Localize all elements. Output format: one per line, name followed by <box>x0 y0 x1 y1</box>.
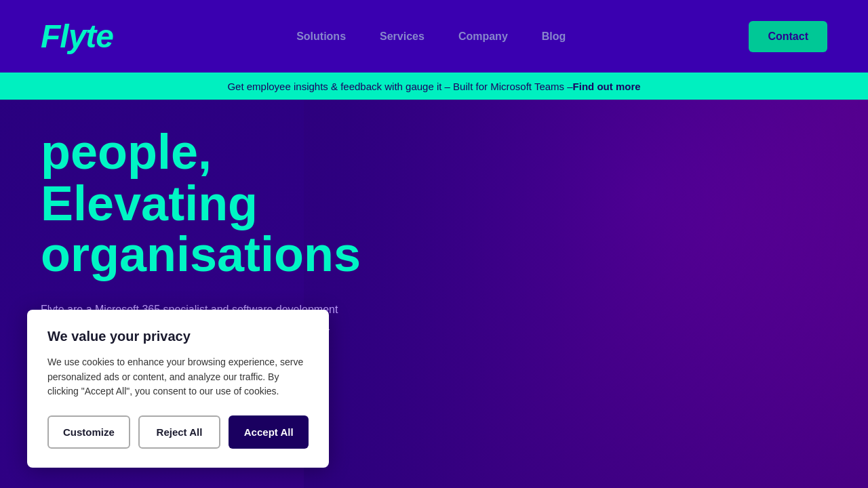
nav-services[interactable]: Services <box>380 30 425 43</box>
site-logo[interactable]: Flyte <box>41 18 113 55</box>
cookie-buttons: Customize Reject All Accept All <box>47 415 309 449</box>
nav-links: Solutions Services Company Blog <box>296 30 566 43</box>
nav-solutions[interactable]: Solutions <box>296 30 346 43</box>
cookie-body: We use cookies to enhance your browsing … <box>47 355 309 399</box>
contact-button[interactable]: Contact <box>749 21 827 52</box>
cookie-title: We value your privacy <box>47 329 309 344</box>
announcement-bar: Get employee insights & feedback with ga… <box>0 73 868 100</box>
reject-all-button[interactable]: Reject All <box>138 415 221 449</box>
announcement-text: Get employee insights & feedback with ga… <box>227 81 572 92</box>
hero-heading-line3: organisations <box>41 227 361 281</box>
hero-heading: people, Elevating organisations <box>41 127 353 281</box>
hero-heading-line1: people, <box>41 125 212 179</box>
accept-all-button[interactable]: Accept All <box>229 415 309 449</box>
cookie-modal: We value your privacy We use cookies to … <box>27 310 329 468</box>
hero-heading-line2: Elevating <box>41 176 258 230</box>
nav-company[interactable]: Company <box>458 30 508 43</box>
announcement-link[interactable]: Find out more <box>573 81 641 92</box>
customize-button[interactable]: Customize <box>47 415 130 449</box>
navbar: Flyte Solutions Services Company Blog Co… <box>0 0 868 73</box>
nav-blog[interactable]: Blog <box>542 30 566 43</box>
